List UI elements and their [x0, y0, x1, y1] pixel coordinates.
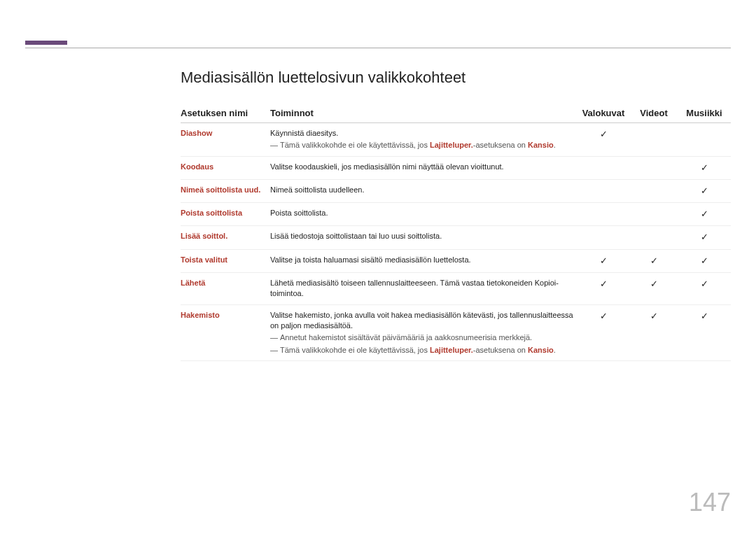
- function-main-text: Valitse ja toista haluamasi sisältö medi…: [270, 255, 577, 265]
- col-header-videos: Videot: [630, 104, 680, 123]
- function-main-text: Valitse koodauskieli, jos mediasisällön …: [270, 162, 577, 172]
- check-music: ✓: [680, 272, 731, 304]
- setting-functions: Lähetä mediasisältö toiseen tallennuslai…: [270, 272, 580, 304]
- check-photos: ✓: [580, 249, 630, 272]
- function-main-text: Nimeä soittolista uudelleen.: [270, 185, 577, 195]
- header-rule: [25, 48, 731, 48]
- table-row: Lisää soittol. Lisää tiedostoja soittoli…: [181, 226, 731, 249]
- check-videos: [630, 226, 680, 249]
- check-music: ✓: [680, 203, 731, 226]
- page-content: Mediasisällön luettelosivun valikkokohte…: [181, 69, 731, 361]
- setting-name: Koodaus: [181, 156, 270, 179]
- check-music: [680, 123, 731, 157]
- table-row: Poista soittolista Poista soittolista. ✓: [181, 203, 731, 226]
- check-photos: [580, 156, 630, 179]
- setting-functions: Valitse koodauskieli, jos mediasisällön …: [270, 156, 580, 179]
- check-videos: [630, 156, 680, 179]
- settings-table: Asetuksen nimi Toiminnot Valokuvat Video…: [181, 104, 731, 361]
- note-text: .: [554, 141, 556, 149]
- note-text: .: [554, 346, 556, 354]
- table-row: Hakemisto Valitse hakemisto, jonka avull…: [181, 304, 731, 361]
- note-text: -asetuksena on: [473, 346, 528, 354]
- setting-functions: Käynnistä diaesitys. Tämä valikkokohde e…: [270, 123, 580, 157]
- table-row: Koodaus Valitse koodauskieli, jos medias…: [181, 156, 731, 179]
- check-music: ✓: [680, 226, 731, 249]
- note-highlight: Kansio: [528, 346, 554, 354]
- check-videos: [630, 179, 680, 202]
- check-photos: ✓: [580, 272, 630, 304]
- check-videos: ✓: [630, 249, 680, 272]
- setting-functions: Nimeä soittolista uudelleen.: [270, 179, 580, 202]
- note-text: Tämä valikkokohde ei ole käytettävissä, …: [280, 346, 430, 354]
- setting-functions: Poista soittolista.: [270, 203, 580, 226]
- setting-name: Nimeä soittolista uud.: [181, 179, 270, 202]
- check-photos: [580, 203, 630, 226]
- check-photos: [580, 226, 630, 249]
- check-photos: ✓: [580, 304, 630, 361]
- check-music: ✓: [680, 179, 731, 202]
- table-row: Nimeä soittolista uud. Nimeä soittolista…: [181, 179, 731, 202]
- check-videos: [630, 123, 680, 157]
- note-highlight: Lajitteluper.: [430, 141, 473, 149]
- check-videos: ✓: [630, 304, 680, 361]
- function-note: Tämä valikkokohde ei ole käytettävissä, …: [270, 345, 577, 356]
- setting-name: Diashow: [181, 123, 270, 157]
- note-text: -asetuksena on: [473, 141, 528, 149]
- page-number: 147: [689, 488, 731, 517]
- col-header-photos: Valokuvat: [580, 104, 630, 123]
- function-note-simple: Annetut hakemistot sisältävät päivämääri…: [270, 332, 577, 343]
- check-photos: [580, 179, 630, 202]
- setting-name: Lisää soittol.: [181, 226, 270, 249]
- table-body: Diashow Käynnistä diaesitys. Tämä valikk…: [181, 123, 731, 361]
- note-highlight: Lajitteluper.: [430, 346, 473, 354]
- header-accent-bar: [25, 41, 67, 45]
- function-main-text: Käynnistä diaesitys.: [270, 128, 577, 139]
- check-videos: [630, 203, 680, 226]
- check-videos: ✓: [630, 272, 680, 304]
- col-header-name: Asetuksen nimi: [181, 104, 270, 123]
- col-header-music: Musiikki: [680, 104, 731, 123]
- function-main-text: Valitse hakemisto, jonka avulla voit hak…: [270, 310, 577, 332]
- check-music: ✓: [680, 304, 731, 361]
- setting-name: Toista valitut: [181, 249, 270, 272]
- setting-name: Lähetä: [181, 272, 270, 304]
- function-main-text: Lähetä mediasisältö toiseen tallennuslai…: [270, 278, 577, 300]
- table-row: Diashow Käynnistä diaesitys. Tämä valikk…: [181, 123, 731, 157]
- section-title: Mediasisällön luettelosivun valikkokohte…: [181, 69, 731, 87]
- check-music: ✓: [680, 156, 731, 179]
- check-music: ✓: [680, 249, 731, 272]
- check-photos: ✓: [580, 123, 630, 157]
- col-header-functions: Toiminnot: [270, 104, 580, 123]
- function-note: Tämä valikkokohde ei ole käytettävissä, …: [270, 140, 577, 150]
- setting-name: Poista soittolista: [181, 203, 270, 226]
- setting-functions: Lisää tiedostoja soittolistaan tai luo u…: [270, 226, 580, 249]
- setting-functions: Valitse hakemisto, jonka avulla voit hak…: [270, 304, 580, 361]
- table-row: Toista valitut Valitse ja toista haluama…: [181, 249, 731, 272]
- function-main-text: Poista soittolista.: [270, 208, 577, 218]
- note-highlight: Kansio: [528, 141, 554, 149]
- function-main-text: Lisää tiedostoja soittolistaan tai luo u…: [270, 231, 577, 241]
- setting-functions: Valitse ja toista haluamasi sisältö medi…: [270, 249, 580, 272]
- note-text: Tämä valikkokohde ei ole käytettävissä, …: [280, 141, 430, 149]
- table-row: Lähetä Lähetä mediasisältö toiseen talle…: [181, 272, 731, 304]
- setting-name: Hakemisto: [181, 304, 270, 361]
